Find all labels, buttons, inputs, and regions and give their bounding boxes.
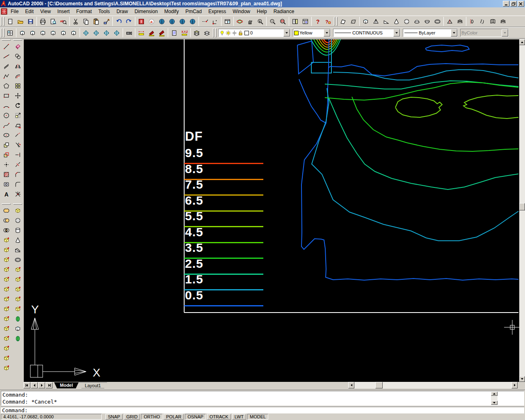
se-isometric-button[interactable] <box>91 28 101 38</box>
scroll-left-button[interactable] <box>348 382 354 388</box>
menu-draw[interactable]: Draw <box>113 8 131 15</box>
spline-button[interactable] <box>1 120 11 130</box>
surface-pyramid-button[interactable] <box>371 16 381 27</box>
surface-torus-button[interactable] <box>432 16 443 27</box>
section-button[interactable] <box>13 294 23 304</box>
surface-box-button[interactable] <box>361 16 371 27</box>
interfere-button[interactable] <box>13 304 23 314</box>
surface-wedge-button[interactable] <box>381 16 391 27</box>
mass-properties-button[interactable] <box>157 28 167 38</box>
right-view-button[interactable] <box>48 28 58 38</box>
next-tab-button[interactable] <box>38 382 45 388</box>
trim-button[interactable] <box>13 140 23 150</box>
copy-button[interactable] <box>81 16 91 27</box>
toggle-model[interactable]: MODEL <box>247 414 268 420</box>
linetype-combo-dropdown-arrow[interactable] <box>393 29 400 37</box>
array-button[interactable] <box>13 81 23 91</box>
toolbar-grip[interactable] <box>334 17 335 26</box>
tab-model[interactable]: Model <box>54 382 79 388</box>
undo-button[interactable] <box>114 16 124 27</box>
front-view-button[interactable] <box>58 28 68 38</box>
surface-sphere-button[interactable] <box>402 16 412 27</box>
area-button[interactable] <box>146 28 157 38</box>
intersect-button[interactable] <box>1 225 11 235</box>
first-tab-button[interactable] <box>23 382 30 388</box>
toggle-polar[interactable]: POLAR <box>164 414 184 420</box>
break-button[interactable] <box>13 160 23 169</box>
menu-pmcad[interactable]: PmCad <box>182 8 205 15</box>
multiline-button[interactable] <box>1 61 11 71</box>
move-faces-button[interactable] <box>1 245 11 255</box>
snap-from-button[interactable] <box>210 16 220 27</box>
surface-dome-button[interactable] <box>412 16 422 27</box>
chamfer-button[interactable] <box>13 169 23 179</box>
shell-button[interactable] <box>1 343 11 353</box>
arc-button[interactable] <box>1 100 11 110</box>
help-button[interactable]: ? <box>313 16 323 27</box>
tabulated-surface-button[interactable] <box>477 16 488 27</box>
mirror-3d-button[interactable] <box>1 363 11 373</box>
save-button[interactable] <box>25 16 36 27</box>
left-view-button[interactable] <box>38 28 48 38</box>
mirror-button[interactable] <box>13 61 23 71</box>
back-view-button[interactable] <box>68 28 79 38</box>
3d-orbit-button[interactable] <box>235 16 245 27</box>
toolbar-grip[interactable] <box>3 28 5 37</box>
layer-color-swatch[interactable] <box>244 30 249 36</box>
pan-realtime-button[interactable] <box>245 16 255 27</box>
setup-drawing-button[interactable] <box>13 314 23 324</box>
command-scroll-down-button[interactable] <box>491 401 498 405</box>
ne-isometric-button[interactable] <box>101 28 112 38</box>
toolbar-grip[interactable] <box>215 28 217 37</box>
web-eplot-button[interactable] <box>167 16 177 27</box>
redo-button[interactable] <box>124 16 134 27</box>
toggle-otrack[interactable]: OTRACK <box>207 414 231 420</box>
toggle-snap[interactable]: SNAP <box>105 414 123 420</box>
toolbar-grip[interactable] <box>2 203 11 205</box>
surface-cone-button[interactable] <box>391 16 402 27</box>
top-view-button[interactable] <box>17 28 27 38</box>
drawing-viewport[interactable]: YX DF 9.58.57.56.55.54.53.52.51.50.5 <box>24 39 519 382</box>
zoom-window-button[interactable] <box>278 16 288 27</box>
offset-button[interactable] <box>13 71 23 81</box>
surface-dish-button[interactable] <box>422 16 432 27</box>
rotate-faces-button[interactable] <box>1 274 11 284</box>
lineweight-combo-dropdown-arrow[interactable] <box>451 29 457 37</box>
linetype-combo[interactable]: CONTINUOUS <box>333 29 400 37</box>
color-combo-dropdown-arrow[interactable] <box>324 29 330 37</box>
layer-thaw-sun-icon[interactable] <box>226 30 231 36</box>
menu-format[interactable]: Format <box>73 8 95 15</box>
command-history[interactable]: Command: Command: *Cancel* <box>1 391 524 406</box>
insert-block-button[interactable] <box>1 140 11 150</box>
web-hyperlink-button[interactable] <box>187 16 198 27</box>
box-button[interactable] <box>13 205 23 215</box>
named-views-button[interactable] <box>222 16 233 27</box>
command-scroll-up-button[interactable] <box>491 392 498 396</box>
erase-button[interactable] <box>13 41 23 51</box>
menu-dimension[interactable]: Dimension <box>131 8 161 15</box>
zoom-previous-button[interactable] <box>267 16 278 27</box>
subtract-button[interactable] <box>1 215 11 225</box>
lengthen-button[interactable] <box>13 130 23 140</box>
rectangle-button[interactable] <box>1 91 11 100</box>
stretch-button[interactable] <box>13 120 23 130</box>
new-button[interactable] <box>5 16 15 27</box>
extrude-button[interactable] <box>13 265 23 274</box>
extend-button[interactable] <box>13 150 23 160</box>
horizontal-scroll-thumb[interactable] <box>375 382 383 388</box>
point-button[interactable] <box>1 160 11 169</box>
lineweight-combo[interactable]: ByLayer <box>403 29 458 37</box>
menu-window[interactable]: Window <box>229 8 253 15</box>
imprint-button[interactable] <box>1 314 11 324</box>
scale-button[interactable] <box>13 110 23 120</box>
pmcad-insert-button[interactable] <box>136 16 146 27</box>
color-combo[interactable]: Yellow <box>293 29 331 37</box>
restore-button[interactable] <box>510 1 517 7</box>
nw-isometric-button[interactable] <box>112 28 122 38</box>
vertical-scroll-thumb[interactable] <box>519 203 525 210</box>
copy-object-button[interactable] <box>13 51 23 61</box>
circle-button[interactable] <box>1 110 11 120</box>
active-assistance-button[interactable]: ? <box>323 16 333 27</box>
region-button[interactable] <box>1 179 11 189</box>
union-button[interactable] <box>1 205 11 215</box>
